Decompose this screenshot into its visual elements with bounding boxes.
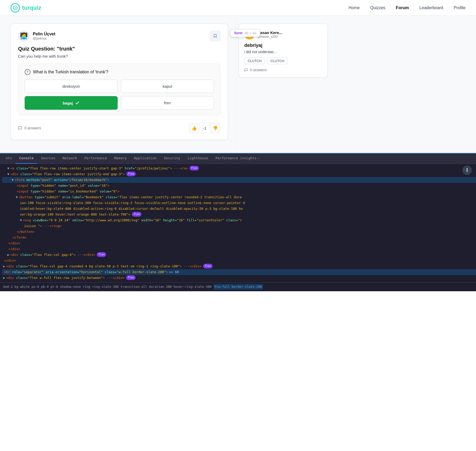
code-line-7b: ixicon "> ··· </svg> — [2, 223, 476, 229]
code-line-6: <button type="submit" aria-label="Bookma… — [2, 194, 476, 200]
tri-16[interactable] — [3, 275, 5, 280]
devtools-tab-sources[interactable]: Sources — [37, 153, 59, 164]
code-line-1: <a class="flex flex-row items-center jus… — [2, 166, 476, 171]
post-author: 🧑‍💻 Pelin Üçvet @pelinuc — [18, 30, 55, 42]
quiz-option-2[interactable]: bagaj — [25, 96, 118, 110]
author-name: Pelin Üçvet — [33, 32, 55, 36]
code-line-14: <div class="flex flex-col gap-4 rounded-… — [2, 263, 476, 269]
devtools-tab-performance[interactable]: Performance — [81, 153, 111, 164]
logo-text: turquiz — [22, 4, 41, 11]
code-line-11: </div> — [2, 246, 476, 252]
author-handle: @pelinuc — [33, 36, 55, 40]
svg-point-1 — [467, 168, 468, 169]
post-card: form 40 × 40 🧑‍💻 Pelin Üçvet @pelinuc — [10, 24, 228, 140]
code-line-6b: ion-100 focus-visible:ring-slate-300 foc… — [2, 200, 476, 206]
tri-7[interactable] — [20, 218, 22, 223]
right-author-info: Hasan Kere... @hasan_s200 — [257, 30, 282, 38]
devtools-tab-perfinsights[interactable]: Performance insights ⇗ — [212, 153, 263, 164]
nav-quizzes[interactable]: Quizzes — [370, 6, 385, 10]
answers-count: 0 answers — [18, 126, 41, 130]
code-line-9: </form> — [2, 235, 476, 240]
badge-flex-1: flex — [190, 166, 199, 170]
answers-count-text: 0 answers — [24, 126, 41, 130]
code-line-6c: isabled:hover:bg-slate-800 disabled:acti… — [2, 206, 476, 212]
right-post-footer: 0 answers — [244, 68, 322, 72]
post-footer: 0 answers 👍 -1 👎 — [18, 119, 220, 133]
avatar: 🧑‍💻 — [18, 30, 30, 42]
code-line-10: </div> — [2, 240, 476, 246]
devtools-tabs: nts Console Sources Network Performance … — [0, 153, 476, 164]
nav-home[interactable]: Home — [349, 6, 360, 10]
author-info: Pelin Üçvet @pelinuc — [33, 32, 55, 40]
thumbup-button[interactable]: 👍 — [189, 123, 199, 133]
devtools-tab-application[interactable]: Application — [130, 153, 160, 164]
quiz-options: direksiyon kaput bagaj fren — [25, 80, 214, 110]
tri-6[interactable] — [16, 195, 18, 200]
code-line-5: <input type="hidden" name="is_bookmarked… — [2, 189, 476, 194]
nav-profile[interactable]: Profile — [454, 6, 466, 10]
quiz-option-2-text: bagaj — [63, 101, 73, 105]
accessibility-button[interactable] — [462, 166, 472, 175]
tag-list: CLUTCH CLUTCH — [244, 58, 322, 64]
tag-1: CLUTCH — [267, 58, 288, 64]
right-post-body: i did not understar... — [244, 50, 322, 54]
code-line-8: </button> — [2, 229, 476, 235]
thumbdown-button[interactable]: 👎 — [210, 123, 220, 133]
tag-0: CLUTCH — [244, 58, 265, 64]
tri-2[interactable] — [7, 172, 9, 177]
nav-links: Home Quizzes Forum Leaderboard Profile — [349, 6, 466, 10]
devtools-tab-memory[interactable]: Memory — [111, 153, 130, 164]
code-line-2: <div class="flex flex-row items-center j… — [2, 171, 476, 177]
bottom-bar-highlight: hrw-full border-slate-200 — [214, 284, 263, 290]
tri-3[interactable] — [12, 177, 14, 183]
badge-flex-14: flex — [203, 264, 213, 268]
perf-insights-label: Performance insights — [215, 156, 257, 161]
tri-1[interactable] — [7, 166, 9, 171]
nav-forum[interactable]: Forum — [396, 6, 409, 10]
right-post-title: debriyaj — [244, 43, 322, 48]
devtools-tab-lighthouse[interactable]: Lighthouse — [184, 153, 212, 164]
quiz-option-1[interactable]: kaput — [121, 80, 214, 93]
tri-12[interactable] — [7, 252, 9, 257]
code-line-15: <hr role="separator" aria-orientation="h… — [2, 269, 476, 275]
devtools-tab-nts[interactable]: nts — [2, 153, 15, 164]
selected-indicator: == $0 — [169, 270, 179, 275]
right-answers-count: 0 answers — [250, 68, 267, 72]
tooltip-dims: 40 × 40 — [245, 31, 256, 35]
code-line-16: <div class="flex w-full flex-row justify… — [2, 275, 476, 281]
svg-point-0 — [13, 6, 17, 10]
right-author-handle: @hasan_s200 — [257, 35, 282, 38]
code-line-13: </div> — [2, 258, 476, 263]
logo[interactable]: turquiz — [10, 3, 41, 13]
devtools-tab-network[interactable]: Network — [59, 153, 81, 164]
main-content: form 40 × 40 🧑‍💻 Pelin Üçvet @pelinuc — [0, 16, 476, 153]
vote-controls: 👍 -1 👎 — [189, 123, 220, 133]
devtools-body: <a class="flex flex-row items-center jus… — [0, 164, 476, 282]
quiz-option-0[interactable]: direksiyon — [25, 80, 118, 93]
nav-leaderboard[interactable]: Leaderboard — [419, 6, 443, 10]
code-line-6d: ver:bg-orange-100 hover:text-orange-800 … — [2, 212, 476, 217]
quiz-question: ? What is the Turkish translation of 'tr… — [25, 69, 214, 75]
devtools-tab-security[interactable]: Security — [160, 153, 184, 164]
bookmark-button[interactable] — [210, 31, 220, 41]
badge-flex-16: flex — [126, 275, 136, 280]
post-body: Can you help me with trunk? — [18, 54, 220, 58]
post-header: 🧑‍💻 Pelin Üçvet @pelinuc — [18, 30, 220, 42]
tri-14[interactable] — [3, 264, 5, 269]
devtools-tab-console[interactable]: Console — [15, 153, 37, 164]
tooltip-tag: form — [234, 31, 242, 35]
badge-flex-12: flex — [97, 252, 106, 257]
code-line-7: <svg viewBox="0 0 24 24" xmlns="http://w… — [2, 217, 476, 223]
code-line-4: <input type="hidden" name="post_id" valu… — [2, 183, 476, 189]
quiz-question-icon: ? — [25, 69, 30, 75]
bookmark-tooltip: form 40 × 40 — [230, 29, 260, 37]
devtools-bottom-bar: ded-2 bg-white px-6 pb-4 pt-6 shadow-non… — [0, 282, 476, 291]
quiz-option-3[interactable]: fren — [121, 96, 214, 110]
navbar: turquiz Home Quizzes Forum Leaderboard P… — [0, 0, 476, 16]
quiz-question-text: What is the Turkish translation of 'trun… — [33, 70, 108, 74]
badge-flex-6: flex — [132, 212, 141, 217]
post-title: Quiz Question: "trunk" — [18, 46, 220, 52]
code-line-3: <form method="post" action="/forum/16/bo… — [2, 177, 476, 183]
forum-panel: form 40 × 40 🧑‍💻 Pelin Üçvet @pelinuc — [0, 16, 236, 153]
vote-count: -1 — [199, 123, 210, 133]
